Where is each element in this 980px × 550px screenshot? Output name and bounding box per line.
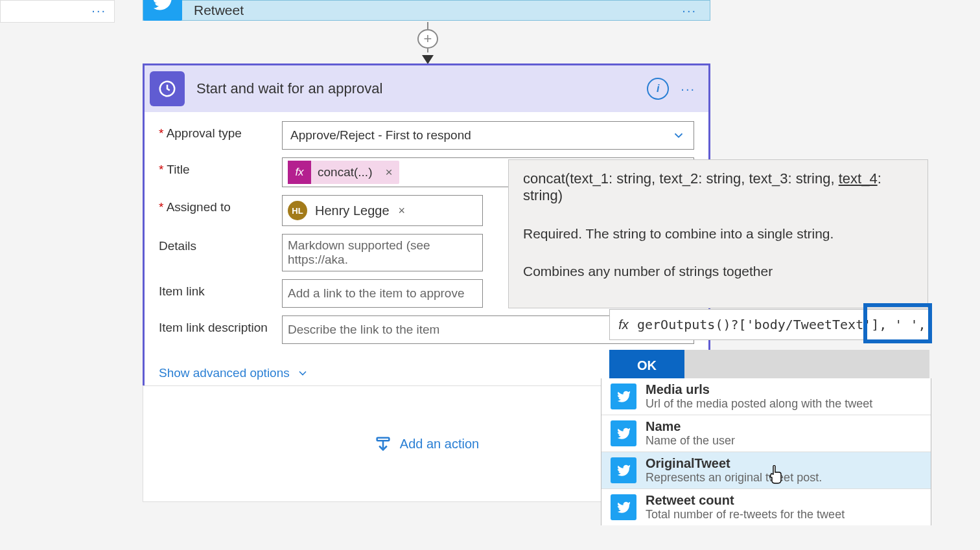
svg-rect-1: [377, 438, 389, 441]
assigned-to-label: Assigned to: [159, 195, 282, 214]
dynamic-item-desc: Represents an original tweet post.: [646, 471, 822, 485]
dynamic-item-original-tweet[interactable]: OriginalTweet Represents an original twe…: [601, 452, 931, 488]
approval-title: Start and wait for an approval: [196, 80, 647, 97]
dynamic-item-desc: Total number of re-tweets for the tweet: [646, 508, 845, 521]
approval-icon: [150, 71, 185, 106]
person-chip[interactable]: HL Henry Legge ×: [288, 198, 405, 223]
details-input[interactable]: Markdown supported (see https://aka.: [282, 234, 483, 271]
show-advanced-label: Show advanced options: [159, 366, 290, 380]
info-icon[interactable]: i: [647, 78, 669, 100]
avatar: HL: [288, 201, 307, 220]
add-step-icon[interactable]: +: [417, 29, 438, 49]
item-link-placeholder: Add a link to the item to approve: [288, 286, 465, 301]
tooltip-required-text: Required. The string to combine into a s…: [523, 226, 913, 242]
dynamic-item-retweet-count[interactable]: Retweet count Total number of re-tweets …: [601, 488, 931, 525]
item-link-label: Item link: [159, 279, 282, 299]
fx-icon: fx: [288, 161, 311, 184]
approval-header[interactable]: Start and wait for an approval i ···: [145, 65, 708, 112]
tooltip-description: Combines any number of strings together: [523, 264, 913, 279]
expression-input-bar[interactable]: fx gerOutputs()?['body/TweetText'], ' ',: [609, 309, 929, 340]
expression-text[interactable]: gerOutputs()?['body/TweetText'], ' ',: [637, 317, 929, 332]
expression-chip[interactable]: fx concat(...) ×: [288, 161, 399, 184]
dynamic-item-name: Retweet count: [646, 493, 845, 508]
twitter-icon: [611, 457, 636, 483]
chevron-down-icon: [671, 128, 686, 143]
twitter-icon: [143, 0, 182, 21]
expression-chip-text: concat(...): [311, 165, 379, 179]
twitter-icon: [611, 494, 636, 520]
ellipsis-icon[interactable]: ···: [682, 3, 697, 18]
item-link-input[interactable]: Add a link to the item to approve: [282, 279, 483, 308]
chevron-down-icon: [296, 367, 309, 380]
ellipsis-icon[interactable]: ···: [681, 82, 695, 97]
retweet-title: Retweet: [194, 3, 244, 18]
retweet-action-card[interactable]: Retweet ···: [143, 0, 710, 21]
item-link-desc-label: Item link description: [159, 315, 282, 335]
arrow-down-icon: [422, 55, 434, 64]
dynamic-item-desc: Url of the media posted along with the t…: [646, 397, 872, 411]
fx-icon: fx: [610, 317, 637, 332]
ellipsis-icon[interactable]: ···: [91, 3, 106, 18]
item-link-desc-placeholder: Describe the link to the item: [288, 323, 439, 337]
approval-type-label: Approval type: [159, 121, 282, 141]
dynamic-content-list: Media urls Url of the media posted along…: [601, 378, 931, 525]
remove-person-icon[interactable]: ×: [399, 204, 406, 218]
left-partial-card: ···: [0, 0, 115, 23]
person-name: Henry Legge: [315, 203, 390, 218]
add-action-icon: [374, 435, 392, 453]
approval-type-select[interactable]: Approve/Reject - First to respond: [282, 121, 694, 150]
dynamic-item-media-urls[interactable]: Media urls Url of the media posted along…: [601, 378, 931, 415]
ok-button[interactable]: OK: [609, 350, 684, 381]
remove-chip-icon[interactable]: ×: [379, 165, 399, 179]
flow-connector: +: [421, 22, 434, 64]
twitter-icon: [611, 420, 636, 446]
expression-actions: OK: [609, 350, 929, 381]
twitter-icon: [611, 384, 636, 409]
details-label: Details: [159, 234, 282, 253]
expression-tooltip: concat(text_1: string, text_2: string, t…: [508, 159, 928, 308]
dynamic-item-name: Media urls: [646, 382, 872, 397]
dynamic-item-desc: Name of the user: [646, 434, 735, 448]
dynamic-item-name: Name: [646, 419, 735, 434]
tooltip-signature: concat(text_1: string, text_2: string, t…: [523, 170, 913, 204]
add-action-button[interactable]: Add an action: [374, 435, 479, 453]
assigned-to-input[interactable]: HL Henry Legge ×: [282, 195, 483, 226]
approval-type-value: Approve/Reject - First to respond: [290, 128, 471, 143]
title-label: Title: [159, 157, 282, 177]
add-action-label: Add an action: [400, 437, 479, 452]
dynamic-item-name[interactable]: Name Name of the user: [601, 415, 931, 452]
details-placeholder: Markdown supported (see https://aka.: [288, 238, 477, 267]
dynamic-item-name: OriginalTweet: [646, 456, 822, 471]
